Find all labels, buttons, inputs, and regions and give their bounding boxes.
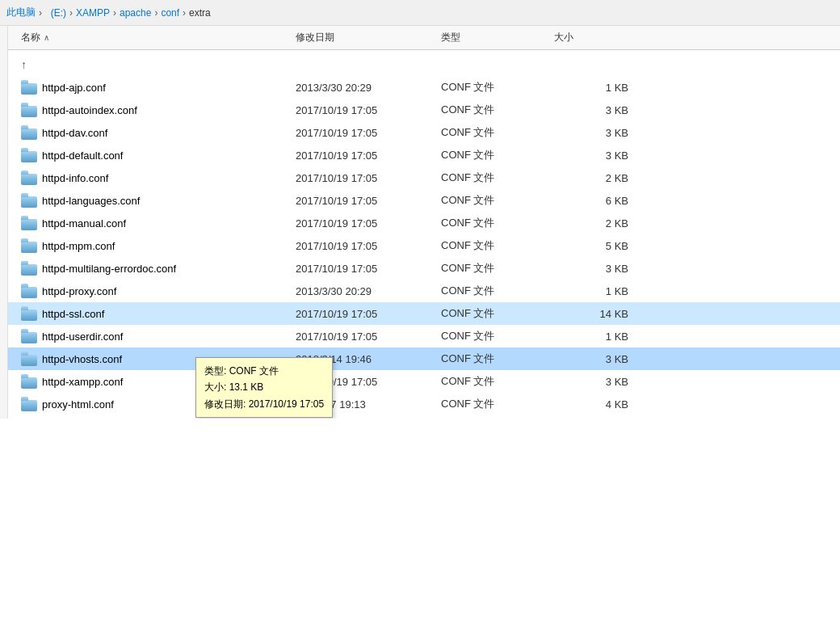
file-name-cell: httpd-mpm.conf: [21, 238, 296, 253]
sort-arrow: ∧: [44, 33, 49, 42]
file-type: CONF 文件: [441, 352, 554, 366]
file-date: 2013/3/30 20:29: [296, 82, 441, 94]
file-name-text: httpd-info.conf: [42, 172, 108, 184]
table-row[interactable]: httpd-vhosts.conf 2018/2/14 19:46 CONF 文…: [8, 347, 840, 370]
file-name-text: httpd-default.conf: [42, 149, 123, 162]
table-row[interactable]: httpd-default.conf 2017/10/19 17:05 CONF…: [8, 144, 840, 166]
file-name-cell: httpd-userdir.conf: [21, 329, 296, 343]
breadcrumb-apache[interactable]: apache: [120, 7, 151, 19]
file-size: 3 KB: [554, 149, 635, 162]
file-date: 2017/10/19 17:05: [296, 172, 441, 184]
right-panel: 名称 ∧ 修改日期 类型 大小 ↑ httpd-ajp.conf: [8, 26, 840, 419]
file-type: CONF 文件: [441, 397, 554, 411]
file-name-text: httpd-languages.conf: [42, 195, 140, 207]
file-type: CONF 文件: [441, 374, 554, 389]
breadcrumb: 此电脑 › (E:) › XAMPP › apache › conf › ext…: [0, 0, 840, 26]
file-date: 2013/3/30 20:29: [296, 285, 441, 297]
breadcrumb-conf[interactable]: conf: [161, 7, 179, 19]
file-size: 2 KB: [554, 172, 635, 184]
file-size: 3 KB: [554, 353, 635, 365]
file-type: CONF 文件: [441, 148, 554, 162]
file-size: 5 KB: [554, 240, 635, 252]
file-name-cell: httpd-dav.conf: [21, 125, 296, 140]
file-type: CONF 文件: [441, 193, 554, 208]
file-type: CONF 文件: [441, 103, 554, 117]
up-arrow-row[interactable]: ↑: [8, 53, 840, 76]
table-row[interactable]: proxy-html.conf 2016/7/7 19:13 CONF 文件 4…: [8, 393, 840, 415]
file-size: 3 KB: [554, 127, 635, 139]
file-icon: [21, 284, 37, 298]
file-name-cell: httpd-proxy.conf: [21, 284, 296, 298]
file-icon: [21, 329, 37, 343]
file-name-cell: httpd-languages.conf: [21, 193, 296, 208]
file-icon: [21, 306, 37, 321]
table-row[interactable]: httpd-manual.conf 2017/10/19 17:05 CONF …: [8, 212, 840, 234]
file-date: 2017/10/19 17:05: [296, 104, 441, 116]
col-date[interactable]: 修改日期: [296, 31, 441, 44]
table-row[interactable]: httpd-languages.conf 2017/10/19 17:05 CO…: [8, 189, 840, 212]
file-date: 2017/10/19 17:05: [296, 127, 441, 139]
file-name-text: proxy-html.conf: [42, 398, 114, 411]
breadcrumb-extra: extra: [189, 7, 211, 19]
file-icon: [21, 171, 37, 185]
breadcrumb-xampp[interactable]: XAMPP: [76, 7, 110, 19]
file-type: CONF 文件: [441, 216, 554, 230]
table-row[interactable]: httpd-info.conf 2017/10/19 17:05 CONF 文件…: [8, 166, 840, 189]
file-icon: [21, 80, 37, 95]
file-icon: [21, 397, 37, 411]
table-row[interactable]: httpd-autoindex.conf 2017/10/19 17:05 CO…: [8, 99, 840, 121]
file-icon: [21, 193, 37, 208]
file-type: CONF 文件: [441, 80, 554, 95]
col-size[interactable]: 大小: [554, 31, 635, 44]
breadcrumb-drive-e[interactable]: (E:): [45, 7, 66, 19]
file-list[interactable]: ↑ httpd-ajp.conf 2013/3/30 20:29 CONF 文件…: [8, 50, 840, 419]
file-type: CONF 文件: [441, 125, 554, 140]
file-type: CONF 文件: [441, 238, 554, 253]
table-row[interactable]: httpd-proxy.conf 2013/3/30 20:29 CONF 文件…: [8, 280, 840, 302]
column-headers: 名称 ∧ 修改日期 类型 大小: [8, 26, 840, 50]
table-row[interactable]: httpd-xampp.conf 2017/10/19 17:05 CONF 文…: [8, 370, 840, 393]
file-name-text: httpd-manual.conf: [42, 217, 126, 229]
table-row[interactable]: httpd-userdir.conf 2017/10/19 17:05 CONF…: [8, 325, 840, 347]
file-icon: [21, 125, 37, 140]
table-row[interactable]: httpd-dav.conf 2017/10/19 17:05 CONF 文件 …: [8, 121, 840, 144]
col-type[interactable]: 类型: [441, 31, 554, 44]
file-type: CONF 文件: [441, 261, 554, 276]
table-row[interactable]: httpd-ssl.conf 2017/10/19 17:05 CONF 文件 …: [8, 302, 840, 325]
breadcrumb-this-pc[interactable]: 此电脑: [6, 6, 36, 19]
table-row[interactable]: httpd-multilang-errordoc.conf 2017/10/19…: [8, 257, 840, 280]
file-name-cell: httpd-multilang-errordoc.conf: [21, 261, 296, 276]
file-name-cell: httpd-default.conf: [21, 148, 296, 162]
file-date: 2017/10/19 17:05: [296, 195, 441, 207]
file-size: 2 KB: [554, 217, 635, 229]
file-size: 1 KB: [554, 82, 635, 94]
up-arrow-icon: ↑: [21, 58, 27, 71]
table-row[interactable]: httpd-ajp.conf 2013/3/30 20:29 CONF 文件 1…: [8, 76, 840, 99]
file-type: CONF 文件: [441, 284, 554, 298]
file-size: 4 KB: [554, 398, 635, 411]
file-date: 2017/10/19 17:05: [296, 308, 441, 320]
file-name-text: httpd-autoindex.conf: [42, 104, 137, 116]
file-size: 3 KB: [554, 104, 635, 116]
table-row[interactable]: httpd-mpm.conf 2017/10/19 17:05 CONF 文件 …: [8, 234, 840, 257]
file-size: 1 KB: [554, 285, 635, 297]
tooltip-type: 类型: CONF 文件: [204, 363, 324, 379]
file-name-text: httpd-vhosts.conf: [42, 353, 122, 365]
file-size: 1 KB: [554, 331, 635, 343]
file-icon: [21, 148, 37, 162]
left-panel: [0, 26, 8, 419]
tooltip-date: 修改日期: 2017/10/19 17:05: [204, 396, 324, 412]
file-size: 6 KB: [554, 195, 635, 207]
file-size: 3 KB: [554, 263, 635, 275]
file-name-text: httpd-mpm.conf: [42, 240, 115, 252]
file-date: 2017/10/19 17:05: [296, 240, 441, 252]
file-icon: [21, 261, 37, 276]
col-name[interactable]: 名称 ∧: [21, 31, 296, 44]
file-name-text: httpd-ajp.conf: [42, 82, 106, 94]
file-name-cell: httpd-info.conf: [21, 171, 296, 185]
file-type: CONF 文件: [441, 329, 554, 343]
file-name-text: httpd-userdir.conf: [42, 331, 123, 343]
file-icon: [21, 238, 37, 253]
file-date: 2017/10/19 17:05: [296, 217, 441, 229]
file-name-text: httpd-proxy.conf: [42, 285, 116, 297]
